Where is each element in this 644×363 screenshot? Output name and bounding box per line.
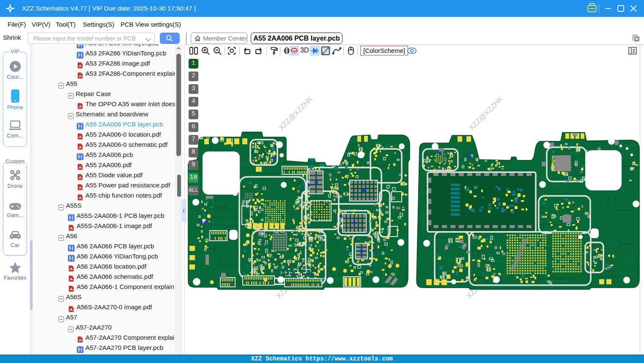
svg-text:2AA006: 2AA006: [207, 247, 217, 250]
